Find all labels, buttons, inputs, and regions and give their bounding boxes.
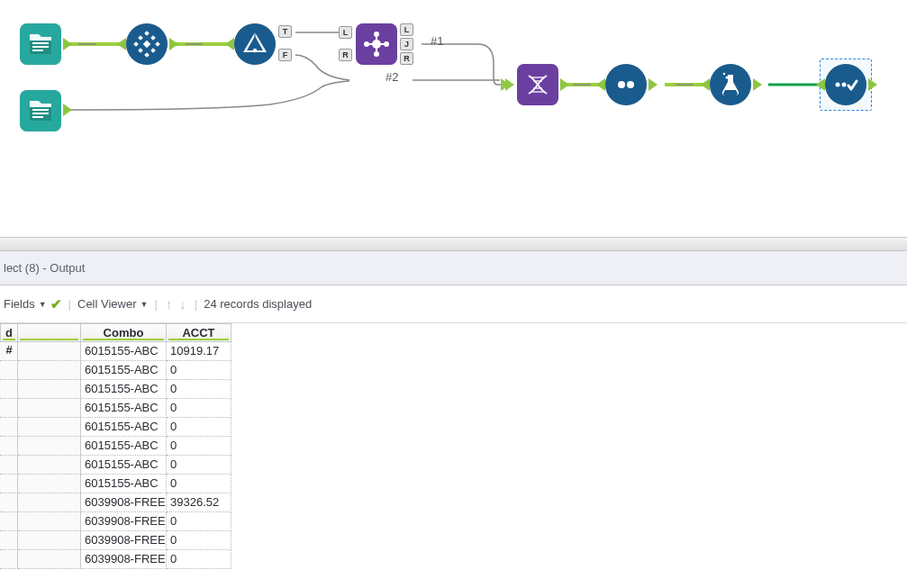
table-cell[interactable] xyxy=(0,361,18,380)
grid-header-cell[interactable]: Combo xyxy=(81,323,167,342)
multi-row-tool[interactable] xyxy=(605,64,647,105)
table-cell[interactable] xyxy=(18,550,81,569)
union-in-port[interactable] xyxy=(501,78,513,91)
table-cell[interactable] xyxy=(18,475,81,493)
table-cell[interactable]: 6039908-FREE xyxy=(81,493,167,512)
join-right-in-port[interactable]: R xyxy=(339,49,352,61)
table-cell[interactable] xyxy=(18,361,81,380)
table-cell[interactable] xyxy=(0,456,18,475)
table-cell[interactable] xyxy=(18,380,81,399)
table-cell[interactable] xyxy=(0,531,18,550)
svg-point-43 xyxy=(836,83,840,87)
table-row[interactable]: 6015155-ABC10919.17 xyxy=(0,342,234,361)
table-cell[interactable] xyxy=(0,418,18,437)
table-row[interactable]: 6015155-ABC0 xyxy=(0,361,234,380)
filter-true-port[interactable]: T xyxy=(278,25,292,38)
table-cell[interactable] xyxy=(0,550,18,569)
table-cell[interactable]: 10919.17 xyxy=(167,342,231,361)
select-tool[interactable] xyxy=(126,23,168,65)
table-cell[interactable]: 0 xyxy=(167,512,231,531)
join-join-out-port[interactable]: J xyxy=(400,38,413,50)
table-cell[interactable]: 6015155-ABC xyxy=(81,380,167,399)
table-cell[interactable]: 6015155-ABC xyxy=(81,361,167,380)
table-cell[interactable] xyxy=(18,512,81,531)
table-row[interactable]: 6039908-FREE0 xyxy=(0,512,234,531)
table-cell[interactable]: 6015155-ABC xyxy=(81,456,167,475)
table-cell[interactable]: 0 xyxy=(167,380,231,399)
table-cell[interactable] xyxy=(18,437,81,456)
table-cell[interactable] xyxy=(0,493,18,512)
input-tool-2[interactable] xyxy=(20,90,61,131)
table-row[interactable]: 6039908-FREE39326.52 xyxy=(0,493,234,512)
table-row[interactable]: 6015155-ABC0 xyxy=(0,418,234,437)
table-cell[interactable] xyxy=(0,380,18,399)
panel-splitter[interactable] xyxy=(0,237,907,251)
table-cell[interactable] xyxy=(0,475,18,493)
svg-point-42 xyxy=(723,73,725,75)
table-row[interactable]: 6015155-ABC0 xyxy=(0,437,234,456)
formula-tool[interactable] xyxy=(710,64,751,105)
input-tool-1[interactable] xyxy=(20,23,61,65)
table-cell[interactable]: 6015155-ABC xyxy=(81,418,167,437)
table-cell[interactable]: 6015155-ABC xyxy=(81,342,167,361)
table-cell[interactable] xyxy=(18,399,81,418)
table-row[interactable]: 6039908-FREE0 xyxy=(0,550,234,569)
table-row[interactable]: 6015155-ABC0 xyxy=(0,380,234,399)
append-tool[interactable] xyxy=(517,64,558,105)
grid-header-cell[interactable] xyxy=(18,323,81,342)
table-cell[interactable] xyxy=(18,493,81,512)
move-up-button[interactable]: ↑ xyxy=(164,296,175,312)
grid-body: 6015155-ABC10919.176015155-ABC06015155-A… xyxy=(0,342,234,569)
svg-rect-21 xyxy=(150,48,156,53)
table-row[interactable]: 6039908-FREE0 xyxy=(0,531,234,550)
move-down-button[interactable]: ↓ xyxy=(177,296,188,312)
workflow-canvas[interactable]: T F L R L J R #1 #2 xyxy=(0,0,907,237)
results-panel-title: lect (8) - Output xyxy=(4,261,85,275)
table-cell[interactable] xyxy=(0,437,18,456)
results-panel-header: lect (8) - Output xyxy=(0,251,907,285)
table-cell[interactable] xyxy=(18,342,81,361)
table-cell[interactable]: 0 xyxy=(167,361,231,380)
table-cell[interactable]: 0 xyxy=(167,531,231,550)
table-cell[interactable]: 6039908-FREE xyxy=(81,550,167,569)
select-records-tool[interactable] xyxy=(825,64,866,105)
table-cell[interactable]: 6015155-ABC xyxy=(81,437,167,456)
table-cell[interactable]: 0 xyxy=(167,399,231,418)
table-cell[interactable] xyxy=(18,531,81,550)
table-cell[interactable] xyxy=(0,512,18,531)
join-tool[interactable] xyxy=(356,23,397,65)
grid-header-row: d # Combo ACCT xyxy=(0,323,234,342)
join-left-in-port[interactable]: L xyxy=(339,26,352,39)
table-cell[interactable]: 6039908-FREE xyxy=(81,531,167,550)
toolbar-separator: | xyxy=(66,297,74,311)
table-row[interactable]: 6015155-ABC0 xyxy=(0,399,234,418)
grid-header-cell[interactable]: ACCT xyxy=(167,323,231,342)
table-cell[interactable]: 0 xyxy=(167,418,231,437)
table-cell[interactable]: 0 xyxy=(167,437,231,456)
cell-viewer-dropdown[interactable]: Cell Viewer ▼ xyxy=(77,297,148,311)
grid-header-cell[interactable]: d # xyxy=(0,323,18,342)
join-left-out-port[interactable]: L xyxy=(400,23,413,36)
connection-label-1: #1 xyxy=(431,34,443,48)
svg-point-29 xyxy=(384,41,389,47)
table-row[interactable]: 6015155-ABC0 xyxy=(0,475,234,493)
table-cell[interactable]: 6015155-ABC xyxy=(81,475,167,493)
join-right-out-port[interactable]: R xyxy=(400,52,413,65)
apply-check-icon[interactable]: ✔ xyxy=(50,296,62,312)
table-cell[interactable]: 6039908-FREE xyxy=(81,512,167,531)
table-row[interactable]: 6015155-ABC0 xyxy=(0,456,234,475)
results-grid[interactable]: d # Combo ACCT 6015155-ABC10919.17601515… xyxy=(0,323,234,569)
table-cell[interactable]: 0 xyxy=(167,456,231,475)
table-cell[interactable]: 0 xyxy=(167,475,231,493)
table-cell[interactable] xyxy=(0,399,18,418)
svg-point-24 xyxy=(253,49,257,52)
filter-tool[interactable] xyxy=(234,23,276,65)
filter-false-port[interactable]: F xyxy=(278,49,292,61)
table-cell[interactable]: 0 xyxy=(167,550,231,569)
table-cell[interactable]: 6015155-ABC xyxy=(81,399,167,418)
fields-dropdown[interactable]: Fields ▼ xyxy=(4,297,47,311)
table-cell[interactable] xyxy=(18,418,81,437)
table-cell[interactable]: 39326.52 xyxy=(167,493,231,512)
records-count-label: 24 records displayed xyxy=(204,297,312,311)
table-cell[interactable] xyxy=(18,456,81,475)
